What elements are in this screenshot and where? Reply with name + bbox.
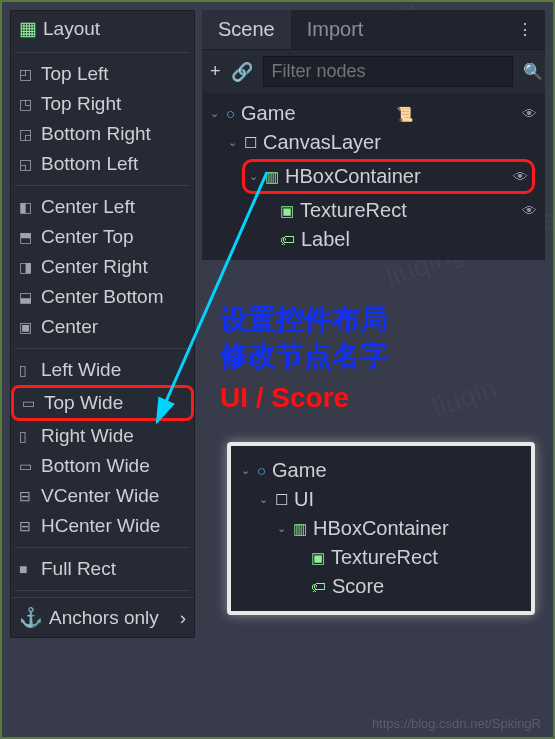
collapse-icon[interactable]: ⌄ (241, 464, 255, 477)
collapse-icon[interactable]: ⌄ (210, 107, 224, 120)
chevron-right-icon: › (180, 607, 186, 629)
texturerect-icon: ▣ (280, 202, 294, 220)
layout-dropdown-menu: ▦ Layout ◰Top Left ◳Top Right ◲Bottom Ri… (10, 10, 195, 638)
visibility-icon[interactable]: 👁 (522, 105, 537, 122)
tab-scene[interactable]: Scene (202, 10, 291, 49)
node2d-icon: ○ (257, 462, 266, 479)
hbox-icon: ▥ (265, 168, 279, 186)
anchor-tw-icon: ▭ (22, 395, 38, 411)
layout-center[interactable]: ▣Center (11, 312, 194, 342)
tree-node-canvaslayer[interactable]: ⌄ ☐ CanvasLayer (206, 128, 541, 157)
layout-bottom-wide[interactable]: ▭Bottom Wide (11, 451, 194, 481)
watermark-text: https://blog.csdn.net/SpkingR (372, 716, 541, 731)
annotation-text-red: UI / Score (220, 380, 349, 416)
tree-node-game[interactable]: ⌄ ○ Game 📜 👁 (206, 99, 541, 128)
scene-tabs: Scene Import ⋮ (202, 10, 545, 50)
anchor-ct-icon: ⬒ (19, 229, 35, 245)
script-icon[interactable]: 📜 (396, 106, 413, 122)
layout-center-left[interactable]: ◧Center Left (11, 192, 194, 222)
layout-bottom-right[interactable]: ◲Bottom Right (11, 119, 194, 149)
layout-title: Layout (43, 18, 100, 40)
texturerect-icon: ▣ (311, 549, 325, 567)
tree2-node-hbox[interactable]: ⌄ ▥ HBoxContainer (237, 514, 525, 543)
visibility-icon[interactable]: 👁 (522, 202, 537, 219)
node2d-icon: ○ (226, 105, 235, 122)
layout-top-right[interactable]: ◳Top Right (11, 89, 194, 119)
anchor-full-icon: ■ (19, 561, 35, 577)
anchor-tl-icon: ◰ (19, 66, 35, 82)
anchor-lw-icon: ▯ (19, 362, 35, 378)
layout-full-rect[interactable]: ■Full Rect (11, 554, 194, 584)
layout-center-right[interactable]: ◨Center Right (11, 252, 194, 282)
collapse-icon[interactable]: ⌄ (249, 170, 263, 183)
grid-icon: ▦ (19, 17, 37, 40)
canvaslayer-icon: ☐ (275, 491, 288, 509)
tab-import[interactable]: Import (291, 10, 380, 49)
layout-left-wide[interactable]: ▯Left Wide (11, 355, 194, 385)
visibility-icon[interactable]: 👁 (513, 168, 528, 185)
hbox-icon: ▥ (293, 520, 307, 538)
anchor-bl-icon: ◱ (19, 156, 35, 172)
layout-vcenter-wide[interactable]: ⊟VCenter Wide (11, 481, 194, 511)
anchor-cr-icon: ◨ (19, 259, 35, 275)
anchor-icon: ⚓ (19, 607, 43, 628)
layout-hcenter-wide[interactable]: ⊟HCenter Wide (11, 511, 194, 541)
layout-top-wide[interactable]: ▭Top Wide (11, 385, 194, 421)
scene-panel: Scene Import ⋮ + 🔗 🔍 ◢ ⌄ ○ Game 📜 👁 ⌄ ☐ … (202, 10, 545, 260)
anchor-bw-icon: ▭ (19, 458, 35, 474)
add-node-button[interactable]: + (210, 61, 221, 82)
scene-toolbar: + 🔗 🔍 ◢ (202, 50, 545, 93)
layout-anchors-only[interactable]: ⚓Anchors only › (11, 597, 194, 637)
anchor-vcw-icon: ⊟ (19, 488, 35, 504)
collapse-icon[interactable]: ⌄ (277, 522, 291, 535)
annotation-text-blue: 设置控件布局 修改节点名字 (220, 302, 388, 375)
collapse-icon[interactable]: ⌄ (259, 493, 273, 506)
layout-menu-header: ▦ Layout (11, 11, 194, 46)
tree2-node-ui[interactable]: ⌄ ☐ UI (237, 485, 525, 514)
label-icon: 🏷 (311, 578, 326, 595)
layout-center-bottom[interactable]: ⬓Center Bottom (11, 282, 194, 312)
renamed-tree-panel: ⌄ ○ Game ⌄ ☐ UI ⌄ ▥ HBoxContainer ▣ Text… (227, 442, 535, 615)
tree2-node-texturerect[interactable]: ▣ TextureRect (237, 543, 525, 572)
tree-node-label[interactable]: 🏷 Label (206, 225, 541, 254)
anchor-cl-icon: ◧ (19, 199, 35, 215)
search-icon[interactable]: 🔍 (523, 62, 543, 81)
layout-bottom-left[interactable]: ◱Bottom Left (11, 149, 194, 179)
scene-tree: ⌄ ○ Game 📜 👁 ⌄ ☐ CanvasLayer ⌄ ▥ HBoxCon… (202, 93, 545, 260)
anchor-cb-icon: ⬓ (19, 289, 35, 305)
layout-top-left[interactable]: ◰Top Left (11, 59, 194, 89)
filter-nodes-input[interactable] (263, 56, 513, 87)
tab-menu-button[interactable]: ⋮ (505, 12, 545, 47)
tree2-node-game[interactable]: ⌄ ○ Game (237, 456, 525, 485)
anchor-hcw-icon: ⊟ (19, 518, 35, 534)
anchor-br-icon: ◲ (19, 126, 35, 142)
link-button[interactable]: 🔗 (231, 61, 253, 83)
tree-node-texturerect[interactable]: ▣ TextureRect 👁 (206, 196, 541, 225)
layout-center-top[interactable]: ⬒Center Top (11, 222, 194, 252)
anchor-c-icon: ▣ (19, 319, 35, 335)
tree-node-hboxcontainer[interactable]: ⌄ ▥ HBoxContainer 👁 (242, 159, 535, 194)
anchor-rw-icon: ▯ (19, 428, 35, 444)
canvaslayer-icon: ☐ (244, 134, 257, 152)
tree2-node-score[interactable]: 🏷 Score (237, 572, 525, 601)
anchor-tr-icon: ◳ (19, 96, 35, 112)
label-icon: 🏷 (280, 231, 295, 248)
collapse-icon[interactable]: ⌄ (228, 136, 242, 149)
layout-right-wide[interactable]: ▯Right Wide (11, 421, 194, 451)
